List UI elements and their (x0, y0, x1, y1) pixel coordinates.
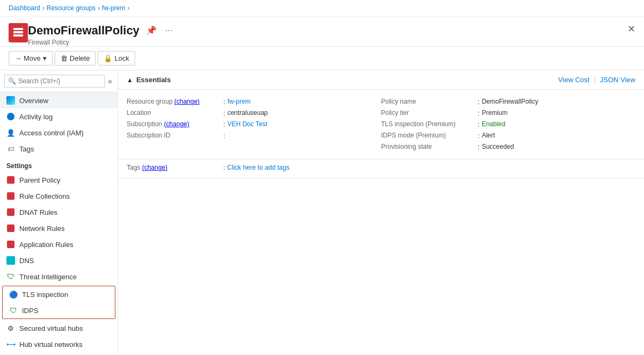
idps-shield-icon: 🛡 (10, 306, 17, 315)
sidebar-item-network-rules[interactable]: Network Rules (0, 220, 118, 236)
breadcrumb: Dashboard › Resource groups › fw-prem › (0, 0, 644, 17)
essentials-policy-name: Policy name : DemoFirewallPolicy (381, 96, 635, 107)
overview-icon (6, 96, 15, 105)
lock-label: Lock (114, 54, 129, 62)
essentials-location: Location : centraluseuap (127, 107, 381, 119)
essentials-collapse-icon: ▲ (127, 76, 133, 84)
content-area: ▲ Essentials View Cost | JSON View Resou… (118, 70, 644, 355)
network-rules-icon (7, 224, 14, 232)
lock-icon: 🔒 (104, 54, 112, 62)
sidebar-item-secured-hubs[interactable]: ⚙ Secured virtual hubs (0, 320, 118, 336)
parent-policy-icon (7, 176, 14, 184)
tags-row: Tags (change) : Click here to add tags (118, 160, 644, 178)
sidebar-item-tags-label: Tags (19, 145, 34, 153)
sidebar-item-dnat-rules[interactable]: DNAT Rules (0, 204, 118, 220)
idps-mode-value: Alert (482, 132, 495, 139)
sidebar-item-parent-policy[interactable]: Parent Policy (0, 172, 118, 188)
sidebar-item-overview-label: Overview (19, 97, 48, 105)
sidebar-item-rule-collections-label: Rule Collections (19, 192, 70, 200)
delete-button[interactable]: 🗑 Delete (55, 51, 96, 66)
secured-hubs-icon: ⚙ (8, 324, 14, 332)
sidebar-item-properties[interactable]: ☰ Properties (0, 352, 118, 355)
essentials-policy-tier: Policy tier : Premium (381, 107, 635, 119)
resource-group-value-link[interactable]: fw-prem (228, 98, 251, 105)
toolbar: → Move ▾ 🗑 Delete 🔒 Lock (0, 47, 644, 70)
breadcrumb-fw-prem[interactable]: fw-prem (102, 4, 125, 12)
sidebar-item-parent-policy-label: Parent Policy (19, 176, 61, 184)
main-content: 🔍 « Overview Activity log 👤 (0, 70, 644, 355)
sidebar-item-network-rules-label: Network Rules (19, 224, 65, 233)
policy-name-value: DemoFirewallPolicy (482, 98, 538, 105)
more-button[interactable]: ··· (163, 24, 174, 38)
sidebar-item-activity-log[interactable]: Activity log (0, 108, 118, 125)
sidebar-item-threat-intelligence[interactable]: 🛡 Threat Intelligence (0, 269, 118, 285)
delete-label: Delete (70, 54, 90, 62)
json-view-button[interactable]: JSON View (600, 76, 635, 84)
subscription-change-link[interactable]: (change) (164, 120, 189, 128)
svg-rect-0 (13, 28, 23, 30)
sidebar-item-application-rules-label: Application Rules (19, 241, 73, 249)
hub-networks-icon: ⟷ (6, 340, 16, 348)
sidebar-item-idps[interactable]: 🛡 IDPS (3, 302, 115, 318)
essentials-grid: Resource group (change) : fw-prem Locati… (118, 90, 644, 160)
close-button[interactable]: ✕ (627, 23, 635, 35)
sidebar-item-tags[interactable]: 🏷 Tags (0, 141, 118, 157)
sidebar-item-hub-networks[interactable]: ⟷ Hub virtual networks (0, 336, 118, 352)
sidebar-item-access-control-label: Access control (IAM) (19, 129, 84, 137)
sidebar-item-rule-collections[interactable]: Rule Collections (0, 188, 118, 204)
settings-section-label: Settings (0, 157, 118, 172)
sidebar-item-tls-inspection[interactable]: 🔵 TLS inspection (3, 286, 115, 302)
move-chevron-icon: ▾ (43, 54, 47, 62)
move-button[interactable]: → Move ▾ (9, 51, 53, 66)
sidebar-item-threat-intelligence-label: Threat Intelligence (19, 273, 77, 281)
dns-icon (6, 256, 15, 265)
essentials-header: ▲ Essentials View Cost | JSON View (118, 70, 644, 90)
sidebar-item-dns[interactable]: DNS (0, 252, 118, 269)
breadcrumb-resource-groups[interactable]: Resource groups (47, 4, 96, 12)
sidebar-item-dnat-rules-label: DNAT Rules (19, 208, 57, 216)
rule-collections-icon (7, 192, 14, 200)
sidebar-item-hub-networks-label: Hub virtual networks (19, 340, 83, 349)
breadcrumb-dashboard[interactable]: Dashboard (9, 4, 40, 12)
lock-button[interactable]: 🔒 Lock (98, 51, 135, 66)
person-icon: 👤 (6, 129, 15, 137)
tags-change-link[interactable]: (change) (142, 164, 167, 171)
resource-subtitle: Firewall Policy (28, 39, 635, 46)
dnat-rules-icon (7, 208, 14, 216)
sidebar-item-activity-log-label: Activity log (19, 113, 53, 121)
sidebar-item-dns-label: DNS (19, 257, 34, 265)
pin-button[interactable]: 📌 (144, 23, 159, 38)
sidebar-item-access-control[interactable]: 👤 Access control (IAM) (0, 125, 118, 141)
sidebar-item-application-rules[interactable]: Application Rules (0, 236, 118, 252)
sidebar-item-overview[interactable]: Overview (0, 92, 118, 108)
svg-rect-1 (13, 31, 23, 33)
sidebar: 🔍 « Overview Activity log 👤 (0, 70, 118, 355)
sidebar-item-idps-label: IDPS (22, 307, 38, 315)
tls-icon: 🔵 (9, 291, 18, 299)
sidebar-item-tls-inspection-label: TLS inspection (22, 291, 68, 299)
sidebar-item-secured-hubs-label: Secured virtual hubs (19, 324, 83, 332)
subscription-value-link[interactable]: VEH Doc Test (228, 120, 267, 128)
essentials-subscription: Subscription (change) : VEH Doc Test (127, 119, 381, 130)
application-rules-icon (7, 241, 14, 248)
search-input[interactable] (18, 77, 101, 85)
collapse-sidebar-button[interactable]: « (107, 76, 113, 86)
essentials-left-col: Resource group (change) : fw-prem Locati… (127, 96, 381, 153)
essentials-subscription-id: Subscription ID : (127, 130, 381, 141)
move-icon: → (14, 54, 21, 62)
activity-icon (7, 113, 14, 120)
threat-shield-icon: 🛡 (7, 272, 14, 281)
location-value: centraluseuap (228, 109, 268, 117)
resource-title-text: DemoFirewallPolicy (28, 24, 140, 38)
essentials-idps-mode: IDPS mode (Premium) : Alert (381, 130, 635, 141)
resource-group-change-link[interactable]: (change) (174, 98, 200, 105)
resource-header: DemoFirewallPolicy 📌 ··· Firewall Policy… (0, 17, 644, 47)
tls-idps-group: 🔵 TLS inspection 🛡 IDPS (2, 286, 115, 319)
firewall-icon-svg (12, 26, 25, 39)
resource-icon (9, 23, 28, 42)
policy-tier-value: Premium (482, 109, 508, 117)
add-tags-link[interactable]: Click here to add tags (227, 164, 289, 171)
tls-inspection-value: Enabled (482, 120, 506, 128)
view-cost-button[interactable]: View Cost (558, 76, 589, 84)
essentials-right-col: Policy name : DemoFirewallPolicy Policy … (381, 96, 635, 153)
